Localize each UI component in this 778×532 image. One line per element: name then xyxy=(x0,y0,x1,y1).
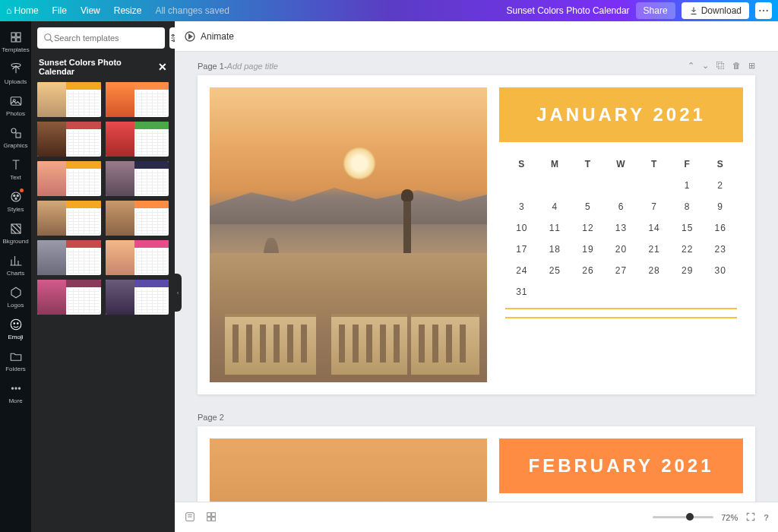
fullscreen-button[interactable] xyxy=(745,511,756,524)
rail-uploads[interactable]: Uploads xyxy=(0,58,31,90)
notes-button[interactable] xyxy=(184,511,196,524)
svg-point-18 xyxy=(11,388,13,389)
more-button[interactable]: ⋯ xyxy=(755,2,772,19)
svg-point-9 xyxy=(11,192,21,201)
template-thumb-8[interactable] xyxy=(106,201,169,236)
template-thumb-4[interactable] xyxy=(106,122,169,157)
save-status: All changes saved xyxy=(155,5,229,16)
svg-point-22 xyxy=(172,34,174,36)
close-panel-button[interactable]: ✕ xyxy=(158,61,167,73)
folders-icon xyxy=(9,350,23,363)
rail-label: Emoji xyxy=(8,334,23,340)
canvas-page-2[interactable]: FEBRUARY 2021SMTWTFS xyxy=(198,426,755,502)
svg-point-7 xyxy=(11,128,16,133)
template-thumb-12[interactable] xyxy=(106,280,169,315)
canvas-page-1[interactable]: JANUARY 2021SMTWTFS123456789101112131415… xyxy=(198,75,755,394)
template-thumb-7[interactable] xyxy=(37,201,101,236)
svg-point-12 xyxy=(14,198,16,199)
canvas-area: Animate Page 1 - Add page title⌃⌄⿻🗑⊞JANU… xyxy=(175,21,778,532)
search-icon xyxy=(43,33,54,43)
file-menu[interactable]: File xyxy=(52,5,67,16)
svg-rect-0 xyxy=(11,33,15,36)
svg-rect-28 xyxy=(212,512,216,516)
search-templates-input[interactable] xyxy=(37,27,165,49)
resize-menu[interactable]: Resize xyxy=(114,5,142,16)
add-page-icon[interactable]: ⊞ xyxy=(748,61,755,71)
svg-point-15 xyxy=(11,319,21,330)
template-thumb-3[interactable] xyxy=(37,122,101,157)
bkground-icon xyxy=(9,222,23,236)
rail-label: Graphics xyxy=(3,142,27,149)
add-page-title[interactable]: Add page title xyxy=(227,62,278,71)
graphics-icon xyxy=(9,126,23,140)
animate-icon xyxy=(184,30,196,43)
rail-label: Bkground xyxy=(2,238,28,245)
svg-point-17 xyxy=(17,323,18,325)
rail-emoji[interactable]: Emoji xyxy=(0,313,31,345)
home-menu[interactable]: ⌂ Home xyxy=(6,5,39,16)
rail-bkground[interactable]: Bkground xyxy=(0,217,31,249)
grid-view-button[interactable] xyxy=(205,511,217,524)
charts-icon xyxy=(9,254,23,268)
view-menu[interactable]: View xyxy=(81,5,100,16)
rail-label: Styles xyxy=(8,206,24,213)
download-button[interactable]: Download xyxy=(682,2,749,19)
template-thumb-6[interactable] xyxy=(106,161,169,196)
emoji-icon xyxy=(9,318,23,331)
rail-logos[interactable]: Logos xyxy=(0,281,31,313)
svg-rect-27 xyxy=(207,512,211,516)
template-thumb-5[interactable] xyxy=(37,161,101,196)
svg-rect-3 xyxy=(16,38,20,42)
rail-folders[interactable]: Folders xyxy=(0,345,31,377)
text-icon xyxy=(9,158,23,172)
svg-rect-8 xyxy=(16,133,21,138)
rail-label: More xyxy=(8,397,22,404)
rail-label: Folders xyxy=(5,366,26,372)
svg-point-19 xyxy=(14,388,16,389)
share-button[interactable]: Share xyxy=(636,2,675,19)
panel-title: Sunset Colors Photo Calendar xyxy=(39,58,158,76)
rail-text[interactable]: Text xyxy=(0,154,31,185)
collapse-panel-tab[interactable]: ‹ xyxy=(174,274,182,312)
rail-more[interactable]: More xyxy=(0,377,31,409)
svg-point-11 xyxy=(17,195,18,196)
duplicate-page-icon[interactable]: ⿻ xyxy=(716,61,725,71)
templates-icon xyxy=(9,30,23,44)
template-thumb-10[interactable] xyxy=(106,240,169,275)
calendar-grid[interactable]: SMTWTFS123456789101112131415161718192021… xyxy=(499,142,743,382)
template-thumb-1[interactable] xyxy=(37,82,101,117)
template-thumb-9[interactable] xyxy=(37,240,101,275)
delete-page-icon[interactable]: 🗑 xyxy=(732,61,741,71)
svg-rect-30 xyxy=(212,517,216,521)
document-title[interactable]: Sunset Colors Photo Calendar xyxy=(507,5,630,16)
svg-point-20 xyxy=(18,388,20,389)
rail-photos[interactable]: Photos xyxy=(0,90,31,122)
template-thumb-11[interactable] xyxy=(37,280,101,315)
page-label-2: Page 2 xyxy=(198,413,755,422)
rail-charts[interactable]: Charts xyxy=(0,249,31,281)
logos-icon xyxy=(9,286,23,299)
svg-point-10 xyxy=(13,195,14,196)
rail-graphics[interactable]: Graphics xyxy=(0,122,31,154)
month-banner[interactable]: FEBRUARY 2021 xyxy=(499,439,743,493)
more-icon xyxy=(9,382,23,395)
page-up-icon[interactable]: ⌃ xyxy=(688,61,694,71)
animate-button[interactable]: Animate xyxy=(184,30,234,43)
bottom-bar: 72% ? xyxy=(175,502,778,532)
photos-icon xyxy=(9,94,23,108)
zoom-level[interactable]: 72% xyxy=(721,513,738,522)
template-thumb-2[interactable] xyxy=(106,82,169,117)
svg-rect-29 xyxy=(207,517,211,521)
help-button[interactable]: ? xyxy=(764,513,769,522)
month-banner[interactable]: JANUARY 2021 xyxy=(499,87,743,142)
zoom-slider[interactable] xyxy=(653,516,713,518)
page-down-icon[interactable]: ⌄ xyxy=(702,61,709,71)
page-photo[interactable] xyxy=(210,439,487,502)
svg-rect-1 xyxy=(16,33,20,36)
rail-templates[interactable]: Templates xyxy=(0,26,31,58)
rail-label: Uploads xyxy=(5,78,27,85)
template-thumbnails xyxy=(31,82,175,315)
page-photo[interactable] xyxy=(210,87,487,382)
rail-styles[interactable]: Styles xyxy=(0,185,31,217)
calendar-grid[interactable]: SMTWTFS xyxy=(499,493,743,502)
